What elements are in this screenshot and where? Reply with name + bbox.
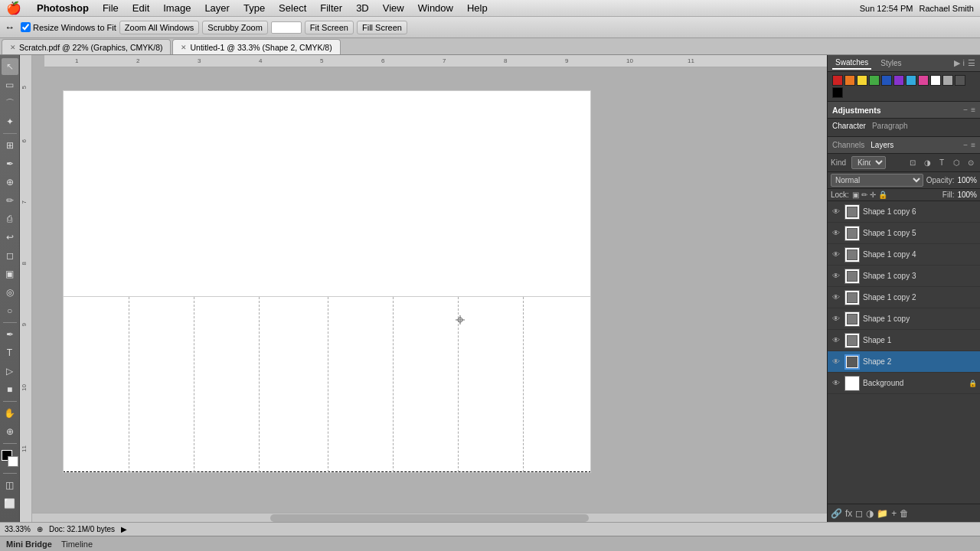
- screen-mode-tool[interactable]: ⬜: [2, 495, 18, 512]
- quick-mask-tool[interactable]: ◫: [2, 477, 18, 494]
- layer-item-shape2[interactable]: 👁 Shape 2: [828, 351, 980, 373]
- layer-eye-shape1copy5[interactable]: 👁: [831, 228, 841, 239]
- marquee-tool[interactable]: ▭: [2, 77, 18, 93]
- zoom-tool[interactable]: ⊕: [2, 423, 18, 440]
- add-group-icon[interactable]: 📁: [877, 508, 888, 519]
- resize-windows-checkbox[interactable]: Resize Windows to Fit: [21, 22, 116, 32]
- tab-close-scratch[interactable]: ✕: [10, 44, 16, 51]
- kind-select[interactable]: Kind: [851, 156, 886, 169]
- menu-filter[interactable]: Filter: [314, 1, 348, 15]
- menu-image[interactable]: Image: [157, 1, 197, 15]
- background-color[interactable]: [8, 456, 18, 467]
- blur-tool[interactable]: ◎: [2, 284, 18, 301]
- menu-view[interactable]: View: [377, 1, 410, 15]
- filter-shape-icon[interactable]: ⬡: [950, 157, 962, 169]
- swatch-green[interactable]: [869, 75, 880, 86]
- layer-eye-shape1copy2[interactable]: 👁: [831, 292, 841, 303]
- history-brush-tool[interactable]: ↩: [2, 229, 18, 246]
- menu-edit[interactable]: Edit: [126, 1, 155, 15]
- layers-menu-icon[interactable]: ≡: [971, 141, 975, 149]
- lock-position-icon[interactable]: ✛: [870, 191, 876, 199]
- menu-layer[interactable]: Layer: [198, 1, 236, 15]
- menu-3d[interactable]: 3D: [350, 1, 375, 15]
- layer-item-shape1copy6[interactable]: 👁 Shape 1 copy 6: [828, 201, 980, 223]
- swatch-cyan[interactable]: [906, 75, 916, 86]
- lasso-tool[interactable]: ⌒: [2, 95, 18, 112]
- menu-photoshop[interactable]: Photoshop: [31, 1, 95, 15]
- layers-tab[interactable]: Layers: [871, 141, 893, 149]
- shape-tool[interactable]: ■: [2, 381, 18, 398]
- adj-character-tab[interactable]: Character: [832, 122, 866, 130]
- styles-tab[interactable]: Styles: [877, 57, 904, 69]
- menu-file[interactable]: File: [96, 1, 125, 15]
- fit-screen-btn[interactable]: Fit Screen: [305, 21, 354, 34]
- layer-item-shape1copy4[interactable]: 👁 Shape 1 copy 4: [828, 244, 980, 266]
- layer-eye-shape1copy4[interactable]: 👁: [831, 249, 841, 260]
- path-selection-tool[interactable]: ▷: [2, 363, 18, 380]
- add-layer-icon[interactable]: +: [891, 508, 897, 519]
- panel-play-icon[interactable]: ▶: [954, 58, 960, 68]
- swatch-pink[interactable]: [918, 75, 929, 86]
- blend-mode-select[interactable]: Normal: [831, 174, 923, 187]
- add-link-icon[interactable]: 🔗: [831, 508, 842, 519]
- swatch-white[interactable]: [930, 75, 941, 86]
- tab-scratch-pdf[interactable]: ✕ Scratch.pdf @ 22% (Graphics, CMYK/8): [2, 39, 171, 54]
- cursor-indicator[interactable]: [454, 314, 469, 329]
- zoom-percent-input[interactable]: 100%: [271, 21, 302, 34]
- healing-brush-tool[interactable]: ⊕: [2, 174, 18, 191]
- dodge-tool[interactable]: ○: [2, 302, 18, 319]
- layer-item-background[interactable]: 👁 Background 🔒: [828, 373, 980, 394]
- layer-item-shape1copy3[interactable]: 👁 Shape 1 copy 3: [828, 266, 980, 287]
- eraser-tool[interactable]: ◻: [2, 247, 18, 264]
- swatch-blue[interactable]: [881, 75, 892, 86]
- fill-screen-btn[interactable]: Fill Screen: [357, 21, 407, 34]
- swatch-yellow[interactable]: [857, 75, 867, 86]
- eyedropper-tool[interactable]: ✒: [2, 155, 18, 172]
- adj-paragraph-tab[interactable]: Paragraph: [872, 122, 908, 130]
- fill-value[interactable]: 100%: [957, 191, 977, 199]
- layers-minimize-icon[interactable]: −: [963, 141, 968, 149]
- filter-smart-icon[interactable]: ⊙: [965, 157, 977, 169]
- layer-eye-shape1copy6[interactable]: 👁: [831, 207, 841, 217]
- menu-help[interactable]: Help: [461, 1, 494, 15]
- add-adjustment-icon[interactable]: ◑: [866, 508, 874, 519]
- zoom-toggle-icon[interactable]: ⊕: [37, 525, 43, 533]
- layer-eye-shape1[interactable]: 👁: [831, 335, 841, 346]
- filter-type-icon[interactable]: T: [936, 157, 948, 169]
- layer-eye-shape1copy3[interactable]: 👁: [831, 271, 841, 282]
- type-tool[interactable]: T: [2, 344, 18, 361]
- swatch-gray[interactable]: [942, 75, 953, 86]
- color-picker[interactable]: [2, 450, 18, 467]
- layer-item-shape1[interactable]: 👁 Shape 1: [828, 330, 980, 351]
- progress-arrow[interactable]: ▶: [121, 525, 127, 533]
- tab-untitled1[interactable]: ✕ Untitled-1 @ 33.3% (Shape 2, CMYK/8): [172, 39, 340, 54]
- scrubby-zoom-btn[interactable]: Scrubby Zoom: [202, 21, 268, 34]
- menu-type[interactable]: Type: [237, 1, 271, 15]
- swatches-tab[interactable]: Swatches: [832, 57, 871, 70]
- h-scrollbar[interactable]: [32, 513, 827, 522]
- gradient-tool[interactable]: ▣: [2, 266, 18, 282]
- add-fx-icon[interactable]: fx: [845, 508, 852, 519]
- swatch-black[interactable]: [832, 87, 843, 98]
- swatch-purple[interactable]: [893, 75, 904, 86]
- lock-transparent-icon[interactable]: ▣: [852, 191, 859, 199]
- crop-tool[interactable]: ⊞: [2, 137, 18, 154]
- clone-stamp-tool[interactable]: ⎙: [2, 210, 18, 227]
- apple-menu[interactable]: 🍎: [6, 1, 21, 15]
- menu-window[interactable]: Window: [412, 1, 459, 15]
- panel-info-icon[interactable]: i: [963, 58, 965, 68]
- panel-menu-icon[interactable]: ☰: [968, 58, 975, 68]
- add-mask-icon[interactable]: ◻: [855, 508, 863, 519]
- layer-item-shape1copy[interactable]: 👁 Shape 1 copy: [828, 308, 980, 330]
- layer-eye-shape2[interactable]: 👁: [831, 357, 841, 367]
- tab-close-untitled1[interactable]: ✕: [181, 44, 187, 51]
- filter-pixel-icon[interactable]: ⊡: [906, 157, 919, 169]
- lock-all-icon[interactable]: 🔒: [878, 191, 887, 199]
- adj-menu-icon[interactable]: ≡: [971, 106, 975, 114]
- filter-adjustment-icon[interactable]: ◑: [921, 157, 933, 169]
- channels-tab[interactable]: Channels: [832, 141, 864, 149]
- brush-tool[interactable]: ✏: [2, 192, 18, 209]
- layer-eye-shape1copy[interactable]: 👁: [831, 314, 841, 324]
- swatch-orange[interactable]: [844, 75, 855, 86]
- zoom-all-windows-btn[interactable]: Zoom All Windows: [119, 21, 199, 34]
